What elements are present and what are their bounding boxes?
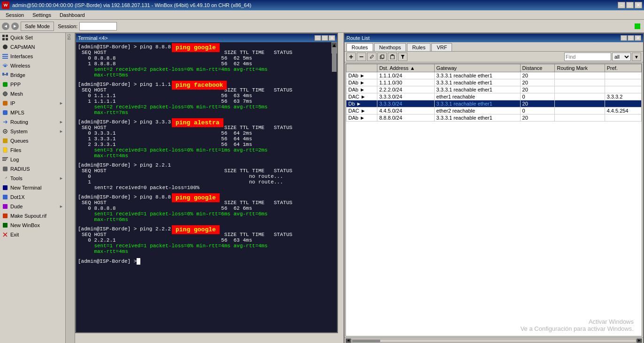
col-gateway[interactable]: Gateway: [434, 64, 520, 72]
route-minimize-btn[interactable]: –: [621, 35, 627, 41]
terminal-close-btn[interactable]: ✕: [329, 35, 335, 41]
close-button[interactable]: ✕: [635, 2, 642, 8]
ping-google-label-3: ping google: [172, 225, 220, 234]
cell-gateway: 3.3.3.1 reachable ether1: [434, 114, 520, 122]
route-title-text: Route List: [346, 35, 370, 41]
route-paste-btn[interactable]: [388, 53, 397, 61]
sidebar-item-queues[interactable]: Queues: [0, 136, 65, 145]
svg-rect-16: [2, 160, 6, 161]
route-hscrollbar[interactable]: ◄ ►: [345, 337, 643, 343]
table-row[interactable]: DAC ► 4.4.5.0/24 ether2 reachable 0 4.4.…: [346, 107, 642, 114]
session-input[interactable]: [79, 22, 117, 30]
result-1-max: max-rtt=5ms: [78, 72, 330, 78]
tab-vrf[interactable]: VRF: [431, 43, 452, 51]
terminal-body[interactable]: [admin@ISP-Borde] > ping 8.8.8.8 ping go…: [76, 42, 337, 332]
result-1-1: 1 8.8.8.8 56 62 4ms: [78, 61, 330, 67]
table-row[interactable]: Db ► 3.3.3.0/24 3.3.3.1 reachable ether1…: [346, 100, 642, 107]
table-row[interactable]: DAb ► 1.1.1.0/30 3.3.3.1 reachable ether…: [346, 79, 642, 86]
hscroll-right-btn[interactable]: ►: [636, 338, 642, 343]
sidebar-item-ppp[interactable]: PPP: [0, 80, 65, 89]
scroll-up-btn[interactable]: ▲: [331, 42, 337, 48]
sidebar-item-wireless[interactable]: Wireless: [0, 61, 65, 70]
route-remove-btn[interactable]: [357, 53, 366, 61]
col-pref[interactable]: Pref.: [605, 64, 641, 72]
col-dst[interactable]: Dst. Address ▲: [377, 64, 434, 72]
sidebar-item-exit[interactable]: Exit: [0, 230, 65, 239]
route-edit-btn[interactable]: [367, 53, 376, 61]
menu-dashboard[interactable]: Dashboard: [56, 11, 89, 19]
sidebar-item-quickset[interactable]: Quick Set: [0, 33, 65, 42]
table-row[interactable]: DAb ► 2.2.2.0/24 3.3.3.1 reachable ether…: [346, 86, 642, 93]
terminal-title-buttons[interactable]: – □ ✕: [314, 35, 335, 41]
table-row[interactable]: DAC ► 3.3.3.0/24 ether1 reachable 0 3.3.…: [346, 93, 642, 100]
sidebar-item-routing[interactable]: Routing ►: [0, 117, 65, 127]
hscroll-left-btn[interactable]: ◄: [345, 338, 351, 343]
table-row[interactable]: DAb ► 8.8.8.0/24 3.3.3.1 reachable ether…: [346, 114, 642, 122]
col-flags[interactable]: [346, 64, 377, 72]
title-buttons[interactable]: – □ ✕: [618, 2, 642, 8]
sidebar-item-log[interactable]: Log: [0, 155, 65, 164]
result-2-1: 1 1.1.1.1 56 63 7ms: [78, 99, 330, 104]
bridge-label: Bridge: [10, 72, 25, 78]
newwinbox-icon: [2, 222, 8, 229]
sidebar-item-supout[interactable]: Make Supout.rif: [0, 211, 65, 221]
col-mark[interactable]: Routing Mark: [555, 64, 605, 72]
cell-pref: [605, 79, 641, 86]
sidebar-item-newterminal[interactable]: New Terminal: [0, 183, 65, 192]
result-6-stat: sent=1 received=1 packet-loss=0% min-rtt…: [78, 243, 330, 249]
terminal-maximize-btn[interactable]: □: [322, 35, 328, 41]
terminal-minimize-btn[interactable]: –: [314, 35, 321, 41]
sidebar-item-dude[interactable]: Dude ►: [0, 202, 65, 211]
route-title-buttons[interactable]: – □ ✕: [621, 35, 641, 41]
menu-settings[interactable]: Settings: [29, 11, 55, 19]
route-maximize-btn[interactable]: □: [628, 35, 634, 41]
route-copy-btn[interactable]: [377, 53, 387, 61]
sidebar-item-newwinbox[interactable]: New WinBox: [0, 221, 65, 230]
ping-section-2: [admin@ISP-Borde] > ping 1.1.1.1 ping fa…: [78, 82, 330, 115]
tab-rules[interactable]: Rules: [407, 43, 430, 51]
sidebar-item-mesh[interactable]: Mesh: [0, 89, 65, 99]
dude-label: Dude: [10, 204, 23, 209]
route-close-btn[interactable]: ✕: [635, 35, 641, 41]
svg-rect-14: [2, 157, 8, 158]
sidebar-item-dot1x[interactable]: Dot1X: [0, 192, 65, 202]
capsman-label: CAPsMAN: [10, 44, 35, 50]
hscroll-thumb[interactable]: [352, 340, 380, 343]
tab-nexthops[interactable]: Nexthops: [374, 43, 406, 51]
sidebar-item-mpls[interactable]: MPLS: [0, 108, 65, 117]
ip-expand-icon: ►: [59, 101, 63, 106]
sidebar-item-ip[interactable]: IP ►: [0, 99, 65, 108]
sidebar-item-system[interactable]: System ►: [0, 127, 65, 136]
scroll-thumb[interactable]: [332, 48, 337, 72]
result-5-0: 0 8.8.8.8 56 62 6ms: [78, 206, 330, 211]
sidebar-item-radius[interactable]: RADIUS: [0, 164, 65, 174]
maximize-button[interactable]: □: [626, 2, 634, 8]
route-dropdown-btn[interactable]: ▼: [632, 53, 641, 61]
result-5-stat: sent=1 received=1 packet-loss=0% min-rtt…: [78, 211, 330, 217]
sidebar-item-capsman[interactable]: CAPsMAN: [0, 42, 65, 52]
svg-rect-22: [391, 55, 394, 59]
sidebar-item-bridge[interactable]: Bridge: [0, 70, 65, 80]
menu-session[interactable]: Session: [2, 11, 28, 19]
minimize-button[interactable]: –: [618, 2, 625, 8]
route-search-input[interactable]: [564, 53, 611, 61]
log-icon: [2, 156, 8, 163]
table-row[interactable]: DAb ► 1.1.1.0/24 3.3.3.1 reachable ether…: [346, 72, 642, 79]
sidebar-item-tools[interactable]: Tools ►: [0, 174, 65, 183]
windows-watermark: Activar Windows Ve a Configuración para …: [521, 318, 634, 332]
log-label: Log: [10, 157, 19, 162]
tab-routes[interactable]: Routes: [346, 43, 373, 51]
result-5-max: max-rtt=6ms: [78, 217, 330, 222]
cell-pref: 4.4.5.254: [605, 107, 641, 114]
svg-point-13: [5, 131, 6, 132]
sidebar-item-files[interactable]: Files: [0, 145, 65, 155]
sidebar-item-interfaces[interactable]: Interfaces: [0, 52, 65, 61]
route-add-btn[interactable]: [346, 53, 356, 61]
result-2-max: max-rtt=7ms: [78, 110, 330, 115]
ping-section-6: [admin@ISP-Borde] > ping 2.2.2.1 ping go…: [78, 226, 330, 254]
route-filter-dropdown[interactable]: all: [612, 53, 631, 61]
safe-mode-button[interactable]: Safe Mode: [21, 22, 54, 31]
terminal-scrollbar[interactable]: ▲ ▼: [331, 42, 337, 53]
route-filter-btn[interactable]: [398, 53, 407, 61]
col-distance[interactable]: Distance: [520, 64, 555, 72]
